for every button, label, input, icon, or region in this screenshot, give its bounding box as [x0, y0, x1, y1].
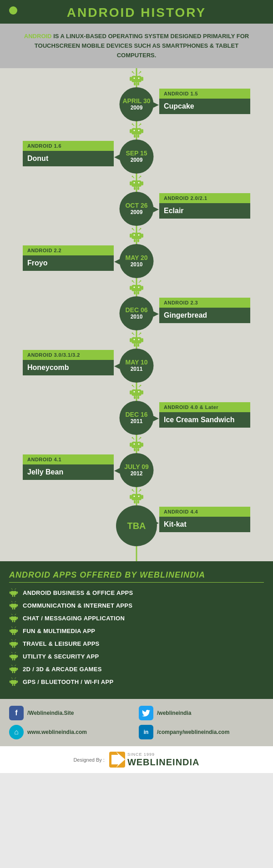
app-text-2: COMMUNICATION & INTERNET APPS: [23, 602, 132, 609]
svg-point-37: [134, 182, 135, 184]
android-highlight: ANDROID: [24, 33, 52, 40]
intro-text: IS A LINUX-BASED OPERATING SYSTEM DESIGN…: [35, 33, 249, 59]
info-eclair: ANDROID 2.0/2.1 Eclair: [159, 193, 250, 219]
svg-point-38: [138, 182, 140, 184]
android-icon-7: [9, 664, 18, 673]
app-text-1: ANDROID BUSINESS & OFFICE APPS: [23, 589, 133, 596]
svg-rect-97: [137, 448, 139, 451]
version-name-eclair: Eclair: [159, 203, 250, 219]
date-jellybean: JULY 09: [124, 464, 149, 470]
linkedin-handle: /company/weblineindia.com: [157, 729, 229, 735]
app-text-3: CHAT / MESSAGING APPLICATION: [23, 615, 125, 622]
version-name-kitkat: Kit-kat: [159, 517, 250, 532]
svg-point-77: [138, 339, 140, 340]
circle-node-honeycomb: MAY 10 2011: [120, 349, 154, 383]
arrow-eclair: [153, 207, 159, 212]
svg-rect-70: [134, 344, 136, 347]
year-honeycomb: 2011: [131, 366, 143, 372]
svg-point-89: [134, 391, 135, 393]
svg-point-51: [138, 234, 140, 236]
date-cupcake: APRIL 30: [122, 98, 150, 105]
svg-rect-32: [137, 187, 139, 190]
circle-node-cupcake: APRIL 30 2009: [120, 87, 154, 121]
android-icon-5: [9, 639, 18, 648]
svg-point-87: [132, 385, 133, 386]
version-label-donut: ANDROID 1.6: [23, 141, 114, 151]
svg-rect-106: [131, 494, 142, 500]
svg-rect-140: [12, 620, 14, 622]
svg-rect-156: [10, 643, 11, 645]
social-website[interactable]: ⌂ www.weblineindia.com: [9, 725, 134, 739]
svg-point-36: [140, 176, 142, 177]
svg-point-113: [132, 489, 133, 491]
svg-rect-4: [142, 77, 143, 81]
svg-rect-68: [130, 338, 131, 342]
social-linkedin[interactable]: in /company/weblineindia.com: [139, 725, 264, 739]
version-label-eclair: ANDROID 2.0/2.1: [159, 193, 250, 203]
android-icon-2: [9, 601, 18, 610]
app-item-1: ANDROID BUSINESS & OFFICE APPS: [9, 588, 264, 597]
timeline-entry-kitkat: TBA ANDROID 4.4 Kit-kat: [0, 495, 273, 545]
svg-point-76: [134, 339, 135, 340]
date-gingerbread: DEC 06: [125, 307, 147, 314]
info-donut: ANDROID 1.6 Donut: [23, 141, 114, 166]
android-robot-gingerbread: [128, 279, 145, 298]
svg-rect-186: [14, 684, 15, 686]
timeline-section: APRIL 30 2009 ANDROID 1.5 Cupcake: [0, 68, 273, 561]
arrow-jellybean: [114, 468, 120, 474]
webline-logo: SINCE 1999 WEBLINEINDIA: [109, 752, 200, 768]
svg-rect-54: [131, 285, 142, 291]
year-donut: 2009: [131, 157, 143, 163]
svg-point-25: [138, 130, 140, 131]
svg-point-116: [138, 496, 140, 497]
svg-rect-164: [10, 655, 16, 658]
svg-rect-19: [137, 135, 139, 138]
svg-rect-119: [10, 591, 16, 595]
footer-brand: Designed By : SINCE 1999 WEBLINEINDIA: [0, 746, 273, 773]
svg-point-103: [138, 444, 140, 445]
info-froyo: ANDROID 2.2 Froyo: [23, 245, 114, 271]
android-robot-icecream: [128, 384, 145, 402]
svg-rect-17: [142, 129, 143, 133]
svg-line-142: [11, 614, 13, 615]
svg-point-114: [140, 489, 142, 491]
version-label-jellybean: ANDROID 4.1: [23, 454, 114, 464]
twitter-icon: [139, 706, 153, 720]
svg-rect-94: [130, 443, 131, 447]
app-item-4: FUN & MULTIMEDIA APP: [9, 626, 264, 635]
svg-rect-15: [131, 128, 142, 135]
version-name-cupcake: Cupcake: [159, 99, 250, 114]
svg-rect-128: [10, 604, 16, 608]
svg-rect-84: [137, 396, 139, 399]
social-facebook[interactable]: f /Weblineindia.Site: [9, 706, 134, 720]
svg-rect-58: [137, 291, 139, 294]
svg-point-74: [132, 333, 133, 334]
timeline-entry-gingerbread: DEC 06 2010 ANDROID 2.3 Gingerbread: [0, 286, 273, 336]
circle-node-froyo: MAY 20 2010: [120, 244, 154, 278]
svg-rect-56: [142, 286, 143, 290]
svg-point-100: [132, 437, 133, 439]
svg-rect-95: [142, 443, 143, 447]
linkedin-icon: in: [139, 725, 153, 739]
circle-node-eclair: OCT 26 2009: [120, 192, 154, 226]
svg-point-12: [138, 78, 140, 79]
app-item-8: GPS / BLUETOOTH / WI-FI APP: [9, 677, 264, 686]
svg-line-179: [15, 665, 16, 666]
svg-point-22: [132, 124, 133, 125]
facebook-icon: f: [9, 706, 24, 720]
social-twitter[interactable]: /weblineindia: [139, 706, 264, 720]
svg-point-75: [140, 333, 142, 334]
svg-rect-42: [130, 234, 131, 238]
svg-point-9: [132, 71, 133, 73]
svg-rect-29: [130, 181, 131, 185]
svg-rect-182: [10, 680, 16, 684]
apps-section: ANDROID APPS OFFERED BY WEBLINEINDIA AND…: [0, 561, 273, 699]
timeline-entry-honeycomb: MAY 10 2011 ANDROID 3.0/3.1/3.2 Honeycom…: [0, 339, 273, 389]
svg-rect-16: [130, 129, 131, 133]
timeline-entry-eclair: OCT 26 2009 ANDROID 2.0/2.1 Eclair: [0, 182, 273, 232]
year-eclair: 2009: [131, 209, 143, 215]
svg-line-134: [15, 601, 16, 603]
svg-point-62: [140, 280, 142, 282]
svg-rect-5: [134, 82, 136, 85]
android-robot-jellybean: [128, 436, 145, 454]
